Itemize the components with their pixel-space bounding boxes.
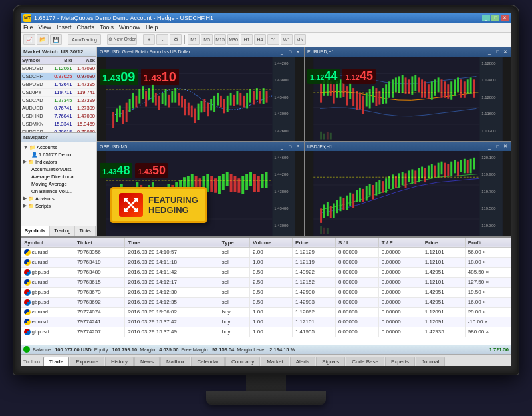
bottom-tab-company[interactable]: Company xyxy=(225,357,260,366)
bottom-tab-exposure[interactable]: Exposure xyxy=(70,357,104,366)
td-symbol: eurusd xyxy=(21,317,74,327)
auto-trading-button[interactable]: AutoTrading xyxy=(68,34,101,45)
nav-item-average[interactable]: Average Directional xyxy=(23,173,94,180)
bottom-tab-mailbox[interactable]: Mailbox xyxy=(160,357,191,366)
chart2-controls[interactable]: _ □ ✕ xyxy=(486,49,509,55)
menu-insert[interactable]: Insert xyxy=(57,24,72,31)
bottom-tab-alerts[interactable]: Alerts xyxy=(290,357,315,366)
td-ticket: 79763419 xyxy=(74,257,125,267)
chart1-controls[interactable]: _ □ ✕ xyxy=(279,49,301,55)
h1-button[interactable]: H1 xyxy=(241,34,253,45)
nav-label-obv: On Balance Volu... xyxy=(31,188,72,194)
chart3-title-bar: GBPUSD,M5 _ □ ✕ xyxy=(97,142,304,151)
save-button[interactable]: 💾 xyxy=(50,34,62,45)
toolbox-tab-ticks[interactable]: Ticks xyxy=(75,226,95,236)
d1-button[interactable]: D1 xyxy=(267,34,279,45)
bottom-tab-market[interactable]: Market xyxy=(261,357,289,366)
properties-button[interactable]: ⚙ xyxy=(170,34,182,45)
col-bid: Bid xyxy=(47,57,72,63)
table-row[interactable]: eurusd 79763615 2016.03.29 14:12:17 sell… xyxy=(21,277,511,287)
nav-item-obv[interactable]: On Balance Volu... xyxy=(23,188,94,195)
bottom-tab-news[interactable]: News xyxy=(134,357,160,366)
svg-rect-46 xyxy=(246,92,248,108)
m30-button[interactable]: M30 xyxy=(227,34,239,45)
nav-item-account-demo[interactable]: 👤 1:65177 Demo xyxy=(23,151,94,158)
chart1-minimize[interactable]: _ xyxy=(279,49,285,55)
table-row[interactable]: eurusd 79774074 2016.03.29 15:36:02 buy … xyxy=(21,307,511,317)
toolbox-tab-trading[interactable]: Trading xyxy=(50,226,75,236)
chart4-minimize[interactable]: _ xyxy=(486,144,493,150)
table-row[interactable]: gbpusd 79774257 2016.03.29 15:37:49 buy … xyxy=(21,327,511,337)
mn-button[interactable]: MN xyxy=(294,34,306,45)
w1-button[interactable]: W1 xyxy=(281,34,293,45)
menu-file[interactable]: File xyxy=(23,24,33,31)
bottom-tab-trade[interactable]: Trade xyxy=(43,357,69,366)
zoom-in-button[interactable]: + xyxy=(143,34,155,45)
title-bar-controls[interactable]: _ □ ✕ xyxy=(482,15,509,21)
market-watch-row[interactable]: EURUSD 1.12061 1.47080 xyxy=(21,65,96,73)
svg-rect-163 xyxy=(245,174,248,190)
table-row[interactable]: gbpusd 79763673 2016.03.29 14:12:30 sell… xyxy=(21,287,511,297)
open-button[interactable]: 📂 xyxy=(37,34,49,45)
menu-window[interactable]: Window xyxy=(119,24,140,31)
chart3-controls[interactable]: _ □ ✕ xyxy=(279,144,301,150)
table-row[interactable]: gbpusd 79763489 2016.03.29 14:11:42 sell… xyxy=(21,267,511,277)
nav-item-macd[interactable]: Moving Average xyxy=(23,180,94,188)
nav-item-scripts[interactable]: ▶ 📁 Scripts xyxy=(23,202,94,210)
bottom-tab-signals[interactable]: Signals xyxy=(316,357,345,366)
nav-item-accounts[interactable]: ▼ 📁 Accounts xyxy=(23,144,94,151)
toolbox-tab-symbols[interactable]: Symbols xyxy=(21,226,50,236)
market-watch-row[interactable]: USDCAD 1.27345 1.27399 xyxy=(21,97,96,104)
menu-tools[interactable]: Tools xyxy=(100,24,114,31)
bottom-tab-calendar[interactable]: Calendar xyxy=(191,357,224,366)
table-row[interactable]: eurusd 79763356 2016.03.29 14:10:57 sell… xyxy=(21,247,511,257)
bottom-tab-journal[interactable]: Journal xyxy=(416,357,445,366)
market-watch-row[interactable]: USDHKD 7.76041 1.47080 xyxy=(21,112,96,120)
svg-rect-11 xyxy=(132,92,134,108)
table-row[interactable]: eurusd 79774241 2016.03.29 15:37:42 buy … xyxy=(21,317,511,327)
chart2-close[interactable]: ✕ xyxy=(502,49,509,55)
chart3-minimize[interactable]: _ xyxy=(279,144,285,150)
nav-item-accumulation[interactable]: Accumulation/Dist. xyxy=(23,166,94,173)
svg-text:1.11600: 1.11600 xyxy=(481,112,496,116)
zoom-out-button[interactable]: - xyxy=(156,34,168,45)
menu-help[interactable]: Help xyxy=(146,24,158,31)
m15-button[interactable]: M15 xyxy=(214,34,226,45)
chart2-maximize[interactable]: □ xyxy=(494,49,501,55)
chart3-close[interactable]: ✕ xyxy=(295,144,301,150)
menu-charts[interactable]: Charts xyxy=(76,24,94,31)
svg-rect-227 xyxy=(450,162,452,176)
bottom-tab-experts[interactable]: Experts xyxy=(385,357,415,366)
chart1-maximize[interactable]: □ xyxy=(287,49,293,55)
minimize-button[interactable]: _ xyxy=(482,15,490,21)
table-row[interactable]: gbpusd 79763692 2016.03.29 14:12:35 sell… xyxy=(21,297,511,307)
m5-button[interactable]: M5 xyxy=(201,34,213,45)
chart4-close[interactable]: ✕ xyxy=(502,144,509,150)
nav-item-advisors[interactable]: ▶ 📁 Advisors xyxy=(23,195,94,202)
svg-rect-17 xyxy=(152,84,154,102)
new-chart-button[interactable]: 📈 xyxy=(23,34,35,45)
market-watch-row[interactable]: EURGBP 0.78015 0.78068 xyxy=(21,128,96,132)
market-watch-row[interactable]: AUDUSD 0.76741 1.27399 xyxy=(21,104,96,112)
bottom-tab-code-base[interactable]: Code Base xyxy=(346,357,384,366)
h4-button[interactable]: H4 xyxy=(254,34,266,45)
market-watch-row[interactable]: USDCHF 0.97025 0.97080 xyxy=(21,73,96,81)
table-row[interactable]: eurusd 79763419 2016.03.29 14:11:18 sell… xyxy=(21,257,511,267)
market-watch-row[interactable]: GBPUSD 1.43641 1.47395 xyxy=(21,81,96,89)
svg-rect-97 xyxy=(424,81,426,98)
market-watch-row[interactable]: USDJPY 119.711 119.741 xyxy=(21,89,96,97)
market-watch-row[interactable]: USDMXN 15.3341 15.3469 xyxy=(21,120,96,128)
svg-rect-23 xyxy=(171,91,173,103)
bottom-tab-history[interactable]: History xyxy=(105,357,134,366)
chart3-maximize[interactable]: □ xyxy=(287,144,293,150)
chart4-controls[interactable]: _ □ ✕ xyxy=(486,144,509,150)
nav-item-indicators[interactable]: ▶ 📁 Indicators xyxy=(23,158,94,166)
chart4-maximize[interactable]: □ xyxy=(494,144,501,150)
menu-view[interactable]: View xyxy=(39,24,51,31)
maximize-button[interactable]: □ xyxy=(491,15,499,21)
m1-button[interactable]: M1 xyxy=(188,34,200,45)
close-button[interactable]: ✕ xyxy=(501,15,509,21)
chart2-minimize[interactable]: _ xyxy=(486,49,493,55)
new-order-button[interactable]: ⊕ New Order xyxy=(107,34,137,45)
chart1-close[interactable]: ✕ xyxy=(295,49,301,55)
